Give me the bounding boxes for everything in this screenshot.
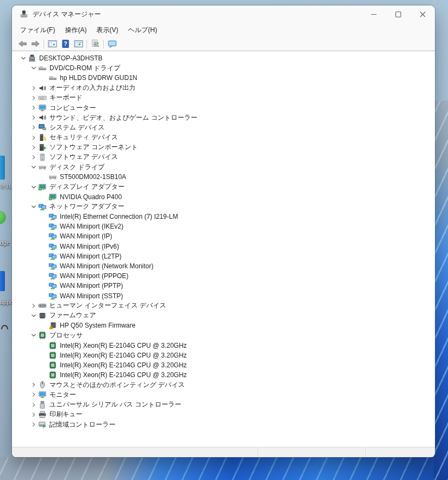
console-tree-icon <box>48 39 57 48</box>
menu-help[interactable]: ヘルプ(H) <box>123 24 162 36</box>
software-device-icon <box>38 153 47 162</box>
minimize-button[interactable] <box>362 5 386 23</box>
help-dialog-button[interactable] <box>105 38 119 50</box>
tree-item[interactable]: プロセッサ <box>12 330 435 340</box>
tree-item[interactable]: ソフトウェア コンポーネント <box>12 143 435 152</box>
tree-item[interactable]: ディスク ドライブ <box>12 162 435 172</box>
tree-item[interactable]: Intel(R) Xeon(R) E-2104G CPU @ 3.20GHz <box>12 370 435 380</box>
chevron-right-icon[interactable] <box>29 94 38 102</box>
tree-item[interactable]: DVD/CD-ROM ドライブ <box>12 63 435 73</box>
tree-item[interactable]: ファームウェア <box>12 311 435 321</box>
tree-item[interactable]: モニター <box>12 390 435 399</box>
tree-item[interactable]: WAN Miniport (IPv6) <box>12 242 435 251</box>
chevron-right-icon[interactable] <box>29 143 38 152</box>
tree-item-label: ディスプレイ アダプター <box>49 182 125 192</box>
close-button[interactable] <box>410 5 435 23</box>
tree-item[interactable]: hp HLDS DVDRW GUD1N <box>12 73 435 83</box>
tree-item[interactable]: ユニバーサル シリアル バス コントローラー <box>12 400 435 410</box>
tree-item[interactable]: 印刷キュー <box>12 410 435 420</box>
maximize-button[interactable] <box>386 5 410 23</box>
scan-hardware-changes-button[interactable] <box>89 38 102 50</box>
desktop-icon-label[interactable]: ネル <box>0 183 13 190</box>
tree-item-label: モニター <box>49 390 76 399</box>
chevron-right-icon[interactable] <box>29 301 38 310</box>
desktop-icon-partial-1[interactable] <box>0 156 5 180</box>
tree-item[interactable]: Intel(R) Ethernet Connection (7) I219-LM <box>12 212 435 221</box>
chevron-down-icon[interactable] <box>29 311 38 320</box>
chevron-down-icon[interactable] <box>29 163 38 171</box>
tree-item[interactable]: キーボード <box>12 93 435 103</box>
desktop-icon-partial-2[interactable] <box>0 211 6 224</box>
chevron-down-icon[interactable] <box>18 54 28 63</box>
tree-item-label: 記憶域コントローラー <box>49 420 115 429</box>
desktop-icon-partial-4[interactable] <box>1 325 8 329</box>
tree-item[interactable]: ヒューマン インターフェイス デバイス <box>12 301 435 311</box>
chevron-right-icon[interactable] <box>29 133 38 142</box>
tree-item[interactable]: ソフトウェア デバイス <box>12 152 435 162</box>
chevron-right-icon[interactable] <box>29 380 38 389</box>
chevron-right-icon[interactable] <box>29 153 38 162</box>
network-icon <box>48 252 57 261</box>
chevron-down-icon[interactable] <box>29 202 38 211</box>
chevron-right-icon[interactable] <box>29 401 38 409</box>
help-button[interactable]: ? <box>59 38 72 50</box>
tree-item-label: WAN Miniport (IPv6) <box>60 243 119 250</box>
chevron-right-icon[interactable] <box>29 410 38 419</box>
tree-item-label: サウンド、ビデオ、およびゲーム コントローラー <box>49 113 197 122</box>
forward-button[interactable] <box>29 38 42 50</box>
menu-file[interactable]: ファイル(F) <box>15 24 60 36</box>
desktop-icon-label[interactable]: dge <box>0 239 10 247</box>
tree-item[interactable]: マウスとそのほかのポインティング デバイス <box>12 380 435 390</box>
tree-item[interactable]: NVIDIA Quadro P400 <box>12 192 435 202</box>
tree-item[interactable]: HP Q50 System Firmware <box>12 321 435 330</box>
device-manager-app-icon <box>20 10 28 19</box>
tree-item[interactable]: Intel(R) Xeon(R) E-2104G CPU @ 3.20GHz <box>12 360 435 370</box>
chevron-right-icon[interactable] <box>29 123 38 132</box>
properties-panel-button[interactable] <box>72 38 85 50</box>
tree-item[interactable]: セキュリティ デバイス <box>12 133 435 143</box>
audio-icon <box>38 84 47 93</box>
tree-item[interactable]: コンピューター <box>12 103 435 113</box>
chevron-right-icon[interactable] <box>29 113 38 122</box>
menu-view[interactable]: 表示(V) <box>91 24 123 36</box>
expander-spacer <box>39 281 48 290</box>
chevron-right-icon[interactable] <box>29 390 38 399</box>
menu-action[interactable]: 操作(A) <box>60 24 91 36</box>
tree-item-label: システム デバイス <box>49 123 105 132</box>
processor-icon <box>48 341 57 350</box>
chevron-right-icon[interactable] <box>29 420 38 429</box>
tree-item[interactable]: WAN Miniport (PPPOE) <box>12 271 435 281</box>
tree-item[interactable]: 記憶域コントローラー <box>12 420 435 429</box>
tree-item[interactable]: オーディオの入力および出力 <box>12 83 435 93</box>
tree-item[interactable]: DESKTOP-A3DHSTB <box>12 53 435 63</box>
tree-item[interactable]: Intel(R) Xeon(R) E-2104G CPU @ 3.20GHz <box>12 350 435 360</box>
tree-item[interactable]: WAN Miniport (PPTP) <box>12 281 435 291</box>
desktop-icon-partial-3[interactable] <box>0 271 5 291</box>
toolbar-separator <box>86 40 87 48</box>
tree-item[interactable]: ディスプレイ アダプター <box>12 182 435 192</box>
show-console-tree-button[interactable] <box>46 38 59 50</box>
tree-item[interactable]: システム デバイス <box>12 122 435 132</box>
chevron-right-icon[interactable] <box>29 103 38 112</box>
title-bar[interactable]: デバイス マネージャー <box>12 5 435 23</box>
network-icon <box>48 292 57 300</box>
tree-item[interactable]: WAN Miniport (IKEv2) <box>12 221 435 231</box>
chevron-right-icon[interactable] <box>29 84 38 93</box>
tree-item[interactable]: ST500DM002-1SB10A <box>12 172 435 182</box>
maximize-icon <box>395 11 401 17</box>
tree-item[interactable]: サウンド、ビデオ、およびゲーム コントローラー <box>12 113 435 122</box>
desktop-icon-label[interactable]: uppo <box>0 299 13 306</box>
tree-item[interactable]: WAN Miniport (Network Monitor) <box>12 261 435 271</box>
tree-item[interactable]: WAN Miniport (SSTP) <box>12 291 435 301</box>
chevron-down-icon[interactable] <box>29 183 38 192</box>
processor-icon <box>48 371 57 379</box>
expander-spacer <box>39 232 48 241</box>
chevron-down-icon[interactable] <box>29 331 38 340</box>
chevron-down-icon[interactable] <box>29 64 38 72</box>
device-manager-window: デバイス マネージャー ファイル(F) 操作(A) 表示(V) ヘルプ(H) ?… <box>12 5 435 457</box>
tree-item[interactable]: WAN Miniport (IP) <box>12 231 435 241</box>
tree-item[interactable]: ネットワーク アダプター <box>12 202 435 212</box>
tree-item[interactable]: Intel(R) Xeon(R) E-2104G CPU @ 3.20GHz <box>12 340 435 350</box>
back-button[interactable] <box>16 38 29 50</box>
tree-item[interactable]: WAN Miniport (L2TP) <box>12 251 435 261</box>
